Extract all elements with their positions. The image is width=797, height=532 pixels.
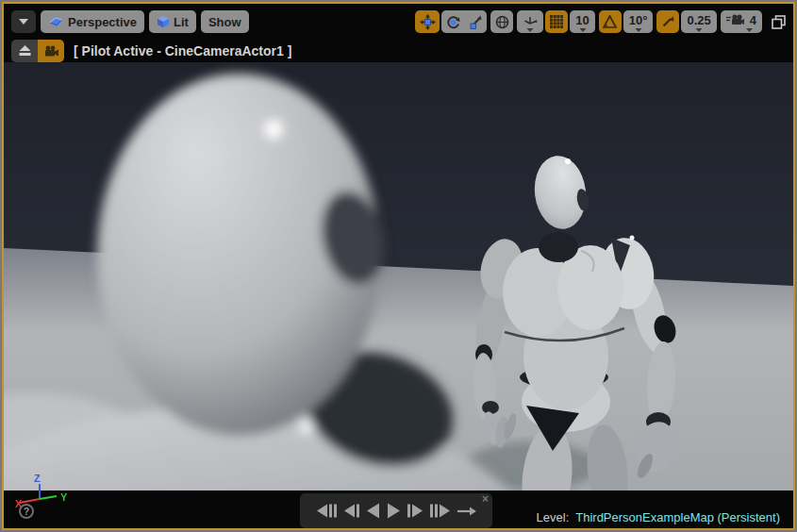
grid-snap-value-button[interactable]: 10 (570, 10, 594, 33)
lit-mode-button[interactable]: Lit (149, 10, 196, 33)
editor-window: Perspective Lit Show (0, 0, 797, 532)
jump-to-end-icon (430, 504, 451, 518)
grid-snap-toggle-button[interactable] (545, 10, 568, 33)
level-label: Level: (537, 510, 570, 524)
play-forward-icon (387, 503, 401, 519)
step-back-icon (343, 504, 359, 518)
straight-playback-icon (457, 507, 476, 516)
dropdown-caret-icon (746, 28, 753, 32)
rotate-tool-icon (446, 15, 460, 29)
jump-to-front-button[interactable] (315, 493, 338, 528)
maximize-icon (772, 15, 786, 29)
pilot-bar: [ Pilot Active - CineCameraActor1 ] (11, 40, 291, 62)
camera-speed-icon (726, 14, 744, 25)
perspective-label: Perspective (68, 16, 137, 28)
pilot-controls (11, 40, 64, 62)
scene-3d-render[interactable] (4, 62, 793, 490)
rotate-tool-button[interactable] (441, 10, 464, 33)
viewport-options-button[interactable] (11, 10, 36, 33)
eject-pilot-button[interactable] (11, 40, 38, 62)
viewport-toolbar-right: 10 10° (415, 9, 786, 34)
step-forward-button[interactable] (407, 493, 424, 528)
perspective-button[interactable]: Perspective (41, 10, 144, 33)
pilot-active-label: [ Pilot Active - CineCameraActor1 ] (74, 43, 291, 58)
camera-speed-value: 4 (750, 14, 756, 26)
dropdown-caret-icon (579, 28, 586, 32)
transport-controls: × (300, 493, 492, 528)
rotation-snap-value-button[interactable]: 10° (623, 10, 654, 33)
lit-cube-icon (157, 15, 170, 28)
fg-head-specular-highlight (264, 120, 283, 139)
jump-to-end-button[interactable] (429, 493, 452, 528)
scale-tool-button[interactable] (464, 10, 487, 33)
camera-speed-button[interactable]: 4 (721, 10, 762, 33)
rotation-snap-toggle-button[interactable] (599, 10, 622, 33)
dropdown-caret-icon (635, 28, 641, 32)
play-reverse-icon (366, 503, 380, 519)
eject-icon (19, 45, 31, 57)
grid-snap-value: 10 (575, 14, 589, 26)
dropdown-caret-icon (696, 28, 703, 32)
scale-snap-value-button[interactable]: 0.25 (681, 10, 716, 33)
angle-snap-icon (603, 15, 617, 28)
play-forward-button[interactable] (386, 493, 402, 528)
help-button[interactable]: ? (19, 504, 34, 519)
close-transport-button[interactable]: × (482, 492, 489, 506)
axis-z-label: Z (34, 473, 41, 484)
show-menu-button[interactable]: Show (201, 10, 249, 33)
move-tool-icon (420, 14, 436, 30)
level-name[interactable]: ThirdPersonExampleMap (Persistent) (575, 510, 780, 524)
axis-y-label: Y (60, 491, 68, 503)
chevron-down-icon (19, 19, 28, 25)
playback-mode-button[interactable] (457, 493, 477, 528)
perspective-icon (48, 16, 64, 27)
viewport-frame: Perspective Lit Show (2, 2, 795, 530)
scale-snap-icon (661, 15, 674, 28)
play-reverse-button[interactable] (365, 493, 381, 528)
rotate-scale-group (441, 10, 487, 33)
grid-icon (550, 15, 563, 28)
level-status: Level: ThirdPersonExampleMap (Persistent… (537, 510, 780, 524)
scale-snap-toggle-button[interactable] (656, 10, 679, 33)
globe-icon (495, 15, 509, 29)
rotation-snap-value: 10° (629, 14, 648, 26)
viewport-toolbar-left: Perspective Lit Show (11, 9, 249, 34)
show-label: Show (208, 16, 241, 28)
head-specular-highlight (565, 158, 571, 164)
world-coordinate-button[interactable] (490, 10, 513, 33)
cine-camera-icon (43, 45, 58, 58)
fg-shoulder-specular-highlight (300, 420, 313, 433)
move-tool-button[interactable] (415, 10, 440, 33)
jump-to-front-icon (316, 504, 337, 518)
lit-label: Lit (174, 16, 189, 28)
scale-snap-value: 0.25 (687, 14, 710, 26)
maximize-viewport-button[interactable] (772, 15, 786, 29)
step-forward-icon (407, 504, 423, 518)
surface-snap-icon (523, 16, 538, 28)
step-back-button[interactable] (342, 493, 360, 528)
dropdown-caret-icon (527, 28, 534, 32)
scale-tool-icon (469, 15, 483, 29)
pilot-camera-button[interactable] (38, 40, 64, 62)
surface-snapping-button[interactable] (517, 10, 543, 33)
